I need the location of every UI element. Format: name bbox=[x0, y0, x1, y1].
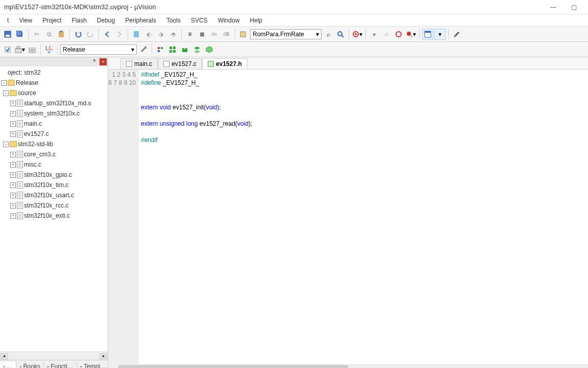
breakpoint-enable-icon[interactable]: ○ bbox=[381, 29, 392, 40]
expander-icon[interactable]: + bbox=[10, 152, 16, 157]
tab-ev1527-h[interactable]: ev1527.h bbox=[202, 58, 248, 69]
find-combo[interactable]: RomPara.FrmRate▾ bbox=[250, 29, 322, 39]
target-options-icon[interactable] bbox=[138, 44, 149, 55]
paste-icon[interactable] bbox=[56, 29, 67, 40]
svg-line-9 bbox=[341, 35, 344, 37]
expander-icon[interactable]: + bbox=[10, 182, 16, 188]
code-text[interactable]: #ifndef _EV1527_H_ #define _EV1527_H_ ex… bbox=[139, 70, 588, 364]
code-area[interactable]: 1 2 3 4 5 6 7 8 9 10 #ifndef _EV1527_H_ … bbox=[108, 70, 588, 364]
debug-icon[interactable]: ▾ bbox=[352, 29, 363, 40]
file-stm32f10x_rcc-c[interactable]: +stm32f10x_rcc.c bbox=[0, 200, 108, 211]
file-core_cm3-c[interactable]: +core_cm3.c bbox=[0, 149, 108, 159]
undo-icon[interactable] bbox=[72, 29, 84, 40]
menu-view[interactable]: View bbox=[14, 16, 37, 25]
menu-peripherals[interactable]: Peripherals bbox=[120, 16, 161, 25]
bookmark-next-icon[interactable]: ⬗ bbox=[155, 29, 166, 40]
file-misc-c[interactable]: +misc.c bbox=[0, 159, 108, 170]
pack-installer-icon[interactable] bbox=[179, 44, 190, 55]
expander-icon[interactable]: + bbox=[10, 101, 16, 106]
expander-icon[interactable]: + bbox=[10, 111, 16, 117]
nav-back-icon[interactable] bbox=[102, 29, 113, 40]
nav-forward-icon[interactable] bbox=[114, 29, 125, 40]
pin-icon[interactable] bbox=[91, 58, 99, 65]
sidebar-tab-2[interactable]: ▫Functi… bbox=[44, 362, 77, 369]
comment-icon[interactable]: //≡ bbox=[209, 29, 220, 40]
group-source[interactable]: −source bbox=[0, 88, 108, 98]
target-node[interactable]: −Release bbox=[0, 78, 108, 88]
bookmark-prev-icon[interactable]: ⬖ bbox=[143, 29, 154, 40]
tab-ev1527-c[interactable]: ev1527.c bbox=[158, 58, 202, 69]
redo-icon[interactable] bbox=[85, 29, 96, 40]
breakpoint-disable-icon[interactable] bbox=[393, 29, 404, 40]
minimize-button[interactable]: — bbox=[543, 2, 564, 13]
menu-window[interactable]: Window bbox=[213, 16, 245, 25]
menu-flash[interactable]: Flash bbox=[67, 16, 92, 25]
file-system_stm32f10x-c[interactable]: +system_stm32f10x.c bbox=[0, 108, 108, 119]
file-stm32f10x_tim-c[interactable]: +stm32f10x_tim.c bbox=[0, 180, 108, 190]
menu-svcs[interactable]: SVCS bbox=[186, 16, 213, 25]
uncomment-icon[interactable]: //≣ bbox=[221, 29, 232, 40]
menu-tools[interactable]: Tools bbox=[161, 16, 186, 25]
expander-icon[interactable]: − bbox=[1, 80, 7, 86]
manage-project-icon[interactable] bbox=[155, 44, 166, 55]
expander-icon[interactable]: + bbox=[10, 203, 16, 209]
menu-t[interactable]: t bbox=[2, 16, 14, 25]
bookmark-clear-icon[interactable]: ⬘ bbox=[167, 29, 179, 40]
group-stm32-std-lib[interactable]: −stm32-std-lib bbox=[0, 139, 108, 149]
svg-rect-16 bbox=[425, 31, 431, 33]
menu-project[interactable]: Project bbox=[37, 16, 66, 25]
find-icon[interactable]: ⌕ bbox=[323, 29, 334, 40]
breakpoint-insert-icon[interactable]: ● bbox=[369, 29, 380, 40]
window-icon[interactable] bbox=[422, 29, 433, 40]
bookmark-toggle-icon[interactable] bbox=[131, 29, 142, 40]
close-icon[interactable]: × bbox=[100, 58, 107, 65]
tab-main-c[interactable]: main.c bbox=[120, 58, 158, 69]
svg-rect-19 bbox=[15, 49, 21, 53]
sidebar-tab-0[interactable]: ▫… bbox=[0, 362, 16, 369]
indent-right-icon[interactable]: ≣ bbox=[197, 29, 208, 40]
sidebar-hscroll[interactable]: ◂▸ bbox=[0, 352, 108, 360]
expander-icon[interactable]: − bbox=[3, 142, 9, 147]
select-packs-icon[interactable] bbox=[191, 44, 203, 55]
c-file-icon bbox=[163, 61, 169, 67]
translate-icon[interactable] bbox=[2, 44, 13, 55]
target-combo[interactable]: Release▾ bbox=[60, 44, 137, 55]
project-root[interactable]: oject: stm32 bbox=[0, 67, 108, 78]
menu-help[interactable]: Help bbox=[244, 16, 267, 25]
rebuild-icon[interactable] bbox=[27, 44, 38, 55]
sidebar-tab-1[interactable]: ▫Books bbox=[16, 362, 44, 369]
incremental-find-icon[interactable] bbox=[335, 29, 346, 40]
file-stm32f10x_usart-c[interactable]: +stm32f10x_usart.c bbox=[0, 190, 108, 200]
configure-icon[interactable] bbox=[451, 29, 462, 40]
find-in-files-icon[interactable] bbox=[238, 29, 249, 40]
expander-icon[interactable]: + bbox=[10, 193, 16, 198]
download-icon[interactable]: LOAD bbox=[43, 44, 55, 55]
expander-icon[interactable]: − bbox=[3, 90, 9, 96]
save-icon[interactable] bbox=[2, 29, 13, 40]
file-stm32f10x_exti-c[interactable]: +stm32f10x_exti.c bbox=[0, 211, 108, 221]
expander-icon[interactable]: + bbox=[10, 121, 16, 127]
file-startup_stm32f10x_md-s[interactable]: +startup_stm32f10x_md.s bbox=[0, 98, 108, 108]
expander-icon[interactable]: + bbox=[10, 131, 16, 137]
manage-multi-icon[interactable] bbox=[167, 44, 178, 55]
file-icon bbox=[17, 100, 23, 107]
menu-debug[interactable]: Debug bbox=[92, 16, 120, 25]
sidebar-tab-3[interactable]: ▫Templ… bbox=[77, 362, 110, 369]
runtime-env-icon[interactable] bbox=[204, 44, 215, 55]
cut-icon[interactable]: ✂ bbox=[31, 29, 42, 40]
expander-icon[interactable]: + bbox=[10, 162, 16, 168]
expander-icon[interactable]: + bbox=[10, 213, 16, 219]
expander-icon[interactable]: + bbox=[10, 172, 16, 178]
indent-left-icon[interactable]: ≡ bbox=[184, 29, 195, 40]
breakpoint-kill-icon[interactable]: ▾ bbox=[405, 29, 416, 40]
save-all-icon[interactable] bbox=[14, 29, 26, 40]
file-stm32f10x_gpio-c[interactable]: +stm32f10x_gpio.c bbox=[0, 170, 108, 180]
copy-icon[interactable]: ⧉ bbox=[43, 29, 55, 40]
editor-hscroll[interactable] bbox=[108, 364, 588, 368]
maximize-button[interactable]: ▢ bbox=[564, 2, 584, 13]
window-alt-icon[interactable]: ▾ bbox=[434, 29, 446, 40]
file-ev1527-c[interactable]: +ev1527.c bbox=[0, 129, 108, 139]
build-icon[interactable]: ▾ bbox=[14, 44, 26, 55]
project-tree[interactable]: oject: stm32−Release−source+startup_stm3… bbox=[0, 66, 108, 352]
file-main-c[interactable]: +main.c bbox=[0, 119, 108, 129]
